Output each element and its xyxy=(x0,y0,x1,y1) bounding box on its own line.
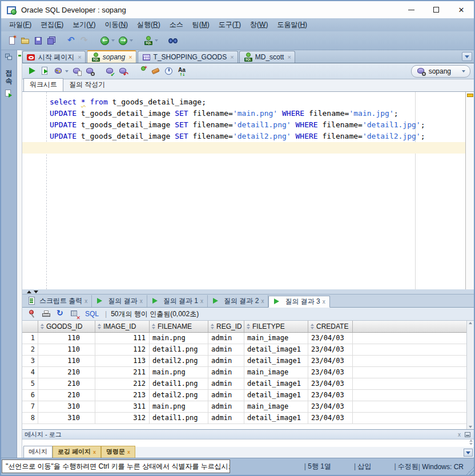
grid-cell[interactable]: 210 xyxy=(38,390,95,401)
save-all-button[interactable] xyxy=(45,35,58,47)
sql-connect-button[interactable] xyxy=(142,35,160,47)
menu-item-6[interactable]: 팀(M) xyxy=(188,18,214,31)
code-line-2[interactable]: UPDATE t_goods_detail_image SET filename… xyxy=(22,108,474,119)
tab-close-icon[interactable]: x xyxy=(140,298,143,304)
sort-icon[interactable] xyxy=(41,324,45,329)
scroll-down-icon[interactable] xyxy=(469,426,472,428)
connection-selector[interactable]: sopang xyxy=(411,65,470,78)
grid-cell[interactable]: admin xyxy=(208,344,244,355)
autotrace-button[interactable] xyxy=(70,65,83,77)
sort-icon[interactable] xyxy=(247,324,251,329)
message-tab-1[interactable]: 로깅 페이지x xyxy=(53,446,101,458)
grid-cell[interactable]: 23/04/03 xyxy=(308,378,353,389)
menu-item-0[interactable]: 파일(F) xyxy=(5,18,36,31)
sort-icon[interactable] xyxy=(152,324,156,329)
reports-icon[interactable] xyxy=(4,88,14,98)
resize-grip[interactable] xyxy=(466,467,474,475)
tab-close-icon[interactable]: × xyxy=(287,54,291,60)
restore-panel-icon[interactable] xyxy=(4,53,14,62)
table-row[interactable]: 3110113detail2.pngadmindetail_image123/0… xyxy=(22,356,474,367)
sort-icon[interactable] xyxy=(98,324,102,329)
table-row[interactable]: 5210212detail1.pngadmindetail_image123/0… xyxy=(22,378,474,390)
doc-tab-2[interactable]: T_SHOPPING_GOODS× xyxy=(138,51,238,63)
clear-button[interactable] xyxy=(150,65,163,77)
grid-cell[interactable]: main.png xyxy=(150,401,208,412)
grid-cell[interactable]: detail_image1 xyxy=(244,413,308,423)
grid-cell[interactable]: 311 xyxy=(95,401,150,412)
results-tab-0[interactable]: 스크립트 출력x xyxy=(23,295,92,307)
grid-cell[interactable]: detail1.png xyxy=(150,413,208,423)
doc-tab-1[interactable]: sopang× xyxy=(87,50,136,63)
grid-cell[interactable]: admin xyxy=(208,333,244,344)
table-row[interactable]: 6210213detail2.pngadmindetail_image123/0… xyxy=(22,390,474,401)
save-button[interactable] xyxy=(32,35,45,47)
results-tab-1[interactable]: 질의 결과x xyxy=(92,295,147,307)
collapse-up-icon[interactable] xyxy=(27,291,31,293)
code-line-4[interactable]: UPDATE t_goods_detail_image SET filename… xyxy=(22,131,474,142)
table-row[interactable]: 8310312detail1.pngadmindetail_image123/0… xyxy=(22,413,474,424)
close-button[interactable]: ✕ xyxy=(449,1,474,18)
grid-cell[interactable]: detail2.png xyxy=(150,356,208,366)
menu-item-9[interactable]: 도움말(H) xyxy=(272,18,312,31)
doc-tab-3[interactable]: MD_scott× xyxy=(239,51,295,63)
warning-marker[interactable] xyxy=(467,94,473,97)
chevron-down-icon[interactable] xyxy=(155,39,158,42)
grid-cell[interactable]: admin xyxy=(208,367,244,378)
grid-cell[interactable]: 110 xyxy=(38,356,95,366)
message-tab-0[interactable]: 메시지 xyxy=(23,446,53,458)
grid-cell[interactable]: detail2.png xyxy=(150,390,208,401)
grid-cell[interactable]: 211 xyxy=(95,367,150,378)
column-header-credate[interactable]: CREDATE xyxy=(308,321,353,332)
menu-item-3[interactable]: 이동(N) xyxy=(100,18,132,31)
grid-cell[interactable]: main.png xyxy=(150,333,208,344)
menu-item-2[interactable]: 보기(V) xyxy=(68,18,100,31)
delete-grid-button[interactable] xyxy=(69,308,82,320)
grid-cell[interactable]: 310 xyxy=(38,413,95,423)
redo-button[interactable] xyxy=(78,35,91,47)
column-header-image_id[interactable]: IMAGE_ID xyxy=(95,321,150,332)
table-row[interactable]: 4210211main.pngadminmain_image23/04/03 xyxy=(22,367,474,378)
minimize-button[interactable] xyxy=(398,1,424,18)
grid-cell[interactable]: 23/04/03 xyxy=(308,333,353,344)
tab-close-icon[interactable]: × xyxy=(128,54,132,60)
subtab-0[interactable]: 워크시트 xyxy=(23,78,63,91)
panel-restore-icon[interactable] xyxy=(463,430,472,439)
print-button[interactable] xyxy=(40,308,53,320)
results-tab-2[interactable]: 질의 결과 1x xyxy=(147,295,208,307)
grid-cell[interactable]: detail_image1 xyxy=(244,356,308,366)
rollback-button[interactable] xyxy=(116,65,130,77)
pin-button[interactable] xyxy=(26,308,39,320)
new-file-button[interactable] xyxy=(6,35,19,47)
grid-cell[interactable]: 110 xyxy=(38,344,95,355)
column-header-filetype[interactable]: FILETYPE xyxy=(244,321,308,332)
undo-button[interactable] xyxy=(65,35,78,47)
table-row[interactable]: 2110112detail1.pngadmindetail_image123/0… xyxy=(22,344,474,356)
explain-plan-button[interactable] xyxy=(52,65,70,77)
results-tab-3[interactable]: 질의 결과 2x xyxy=(208,295,268,307)
table-row[interactable]: 7310311main.pngadminmain_image23/04/03 xyxy=(22,401,474,413)
menu-item-8[interactable]: 창(W) xyxy=(245,18,272,31)
chevron-down-icon[interactable] xyxy=(65,70,69,72)
log-dropdown-button[interactable] xyxy=(464,449,473,457)
editor-results-splitter[interactable] xyxy=(22,289,474,295)
grid-cell[interactable]: 210 xyxy=(38,378,95,389)
grid-cell[interactable]: main_image xyxy=(244,333,308,344)
grid-cell[interactable]: 110 xyxy=(38,333,95,344)
menu-item-1[interactable]: 편집(E) xyxy=(36,18,68,31)
tab-close-icon[interactable]: x xyxy=(93,449,96,455)
sql-editor[interactable]: select * from t_goods_detail_image;UPDAT… xyxy=(22,92,474,289)
sql-link[interactable]: SQL xyxy=(85,310,99,318)
column-header-reg_id[interactable]: REG_ID xyxy=(208,321,244,332)
collapse-down-icon[interactable] xyxy=(34,291,38,293)
tab-close-icon[interactable]: x xyxy=(323,298,325,305)
grid-cell[interactable]: admin xyxy=(208,401,244,412)
grid-cell[interactable]: detail_image1 xyxy=(244,390,308,401)
sort-icon[interactable] xyxy=(311,324,315,329)
tab-close-icon[interactable]: × xyxy=(230,54,234,60)
grid-cell[interactable]: admin xyxy=(208,356,244,366)
collapsed-splitter[interactable] xyxy=(17,50,22,458)
subtab-1[interactable]: 질의 작성기 xyxy=(63,79,111,91)
grid-cell[interactable]: 113 xyxy=(95,356,150,366)
sort-icon[interactable] xyxy=(211,324,215,329)
maximize-button[interactable] xyxy=(424,1,449,18)
